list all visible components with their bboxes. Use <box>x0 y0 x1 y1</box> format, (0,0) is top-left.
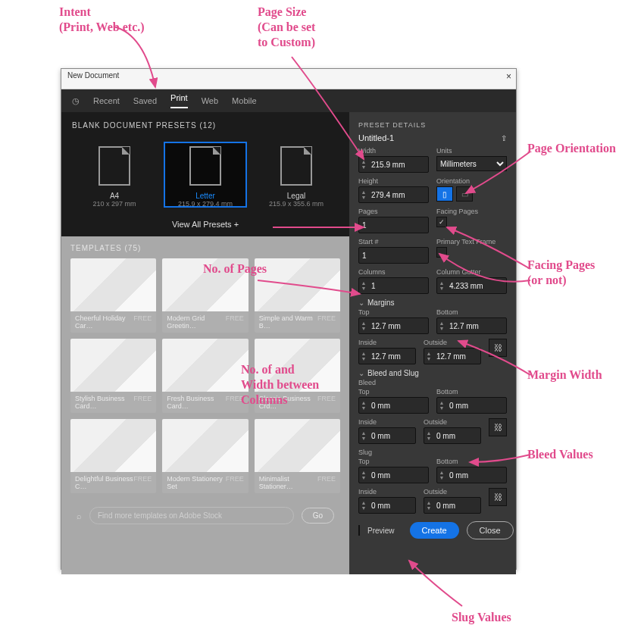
margin-top[interactable]: ▲▼12.7 mm <box>358 317 429 334</box>
preview-checkbox[interactable] <box>358 525 360 536</box>
template-item[interactable]: Modern Stationery SetFREE <box>162 419 248 493</box>
columns-field[interactable]: ▲▼1 <box>358 277 429 294</box>
portrait-icon[interactable]: ▯ <box>436 186 453 202</box>
search-input[interactable]: Find more templates on Adobe Stock <box>89 507 294 524</box>
tab-saved[interactable]: Saved <box>133 96 157 105</box>
annot-slug: Slug Values <box>452 610 511 625</box>
template-item[interactable]: Minimalist Stationer…FREE <box>255 419 340 493</box>
template-thumb <box>162 339 248 392</box>
slug-top[interactable]: ▲▼0 mm <box>358 467 429 483</box>
facing-label: Facing Pages <box>436 208 507 215</box>
preset-name: Letter <box>164 192 247 200</box>
annot-bleed: Bleed Values <box>527 447 593 462</box>
template-name: Cheerful Holiday Car… <box>75 314 133 330</box>
tab-recent[interactable]: Recent <box>93 96 120 105</box>
new-document-dialog: New Document × ◷ Recent Saved Print Web … <box>61 68 517 570</box>
ptf-checkbox[interactable] <box>436 247 447 258</box>
preset-a4[interactable]: A4 210 x 297 mm <box>73 142 156 208</box>
width-field[interactable]: ▲▼215.9 mm <box>358 156 429 173</box>
bleed-top[interactable]: ▲▼0 mm <box>358 397 429 414</box>
margins-disclosure[interactable]: Margins <box>358 299 507 307</box>
template-name: Modern Grid Greetin… <box>167 314 225 330</box>
template-item[interactable]: Cheerful Holiday Car…FREE <box>70 258 156 333</box>
template-name: Simple and Warm B… <box>259 314 317 330</box>
pages-label: Pages <box>358 208 429 215</box>
templates-header: TEMPLATES (75) <box>70 244 340 252</box>
close-button[interactable]: Close <box>467 521 514 539</box>
height-label: Height <box>358 177 429 185</box>
pages-field[interactable]: 1 <box>358 217 429 233</box>
slug-inside[interactable]: ▲▼0 mm <box>358 497 416 514</box>
preset-dim: 215.9 x 279.4 mm <box>164 200 247 208</box>
template-price: FREE <box>226 314 244 330</box>
margin-outside[interactable]: ▲▼12.7 mm <box>424 348 481 364</box>
preset-details: PRESET DETAILS Untitled-1 ⇪ Width ▲▼215.… <box>349 112 516 574</box>
margin-bottom[interactable]: ▲▼12.7 mm <box>436 317 507 334</box>
template-thumb <box>70 339 156 392</box>
close-icon[interactable]: × <box>506 71 511 82</box>
create-button[interactable]: Create <box>410 522 459 539</box>
preset-dim: 210 x 297 mm <box>73 200 156 208</box>
gutter-label: Column Gutter <box>436 268 507 276</box>
intent-tabs: ◷ Recent Saved Print Web Mobile <box>61 89 516 112</box>
page-icon <box>280 146 312 186</box>
page-icon <box>189 146 221 186</box>
window-title: New Document <box>67 71 119 80</box>
tab-web[interactable]: Web <box>202 96 218 105</box>
template-thumb <box>255 258 340 311</box>
facing-pages-checkbox[interactable] <box>436 217 447 227</box>
orientation-label: Orientation <box>436 177 507 185</box>
template-thumb <box>162 419 248 472</box>
template-item[interactable]: Delightful Business C…FREE <box>70 419 156 493</box>
search-icon: ⌕ <box>77 511 82 521</box>
preset-letter[interactable]: Letter 215.9 x 279.4 mm <box>164 142 247 208</box>
page-icon <box>98 146 130 186</box>
orientation-toggle[interactable]: ▯ ▭ <box>436 186 507 202</box>
export-icon[interactable]: ⇪ <box>501 134 507 142</box>
annot-facing: Facing Pages (or not) <box>527 258 595 288</box>
annot-orient: Page Orientation <box>527 141 616 156</box>
margin-inside[interactable]: ▲▼12.7 mm <box>358 348 416 364</box>
tab-print[interactable]: Print <box>170 93 188 108</box>
start-field[interactable]: 1 <box>358 247 429 264</box>
ptf-label: Primary Text Frame <box>436 238 507 245</box>
template-price: FREE <box>133 395 152 410</box>
slug-outside[interactable]: ▲▼0 mm <box>424 497 481 514</box>
slug-bottom[interactable]: ▲▼0 mm <box>436 467 507 483</box>
units-select[interactable]: Millimeters <box>436 156 507 171</box>
preset-legal[interactable]: Legal 215.9 x 355.6 mm <box>255 142 338 208</box>
slug-label: Slug <box>358 449 507 456</box>
template-price: FREE <box>317 475 336 490</box>
landscape-icon[interactable]: ▭ <box>456 186 473 202</box>
details-header: PRESET DETAILS <box>358 121 507 129</box>
template-item[interactable]: Simple and Warm B…FREE <box>255 258 340 333</box>
bleed-disclosure[interactable]: Bleed and Slug <box>358 369 507 377</box>
template-name: Minimalist Stationer… <box>259 475 317 490</box>
template-item[interactable]: Fresh Business Card…FREE <box>162 339 248 413</box>
gutter-field[interactable]: ▲▼4.233 mm <box>436 277 507 294</box>
template-name: Fresh Business Card… <box>167 395 225 410</box>
bleed-outside[interactable]: ▲▼0 mm <box>424 427 481 444</box>
template-name: Modern Stationery Set <box>167 475 225 490</box>
left-pane: BLANK DOCUMENT PRESETS (12) A4 210 x 297… <box>61 112 349 574</box>
link-margins-icon[interactable]: ⛓ <box>489 339 507 357</box>
bleed-label: Bleed <box>358 379 507 386</box>
view-all-presets[interactable]: View All Presets + <box>61 215 349 236</box>
clock-icon: ◷ <box>72 96 80 106</box>
preset-name: A4 <box>73 192 156 200</box>
template-price: FREE <box>133 475 152 490</box>
bleed-inside[interactable]: ▲▼0 mm <box>358 427 416 444</box>
tab-mobile[interactable]: Mobile <box>232 96 256 105</box>
width-label: Width <box>358 147 429 155</box>
height-field[interactable]: ▲▼279.4 mm <box>358 186 429 203</box>
annot-pages: No. of Pages <box>203 261 267 277</box>
go-button[interactable]: Go <box>302 508 334 524</box>
document-name[interactable]: Untitled-1 <box>358 133 394 142</box>
preview-label: Preview <box>367 527 395 535</box>
link-slug-icon[interactable]: ⛓ <box>489 488 507 506</box>
link-bleed-icon[interactable]: ⛓ <box>489 418 507 436</box>
template-thumb <box>70 258 156 311</box>
template-thumb <box>255 419 340 472</box>
template-item[interactable]: Stylish Business Card…FREE <box>70 339 156 413</box>
bleed-bottom[interactable]: ▲▼0 mm <box>436 397 507 414</box>
